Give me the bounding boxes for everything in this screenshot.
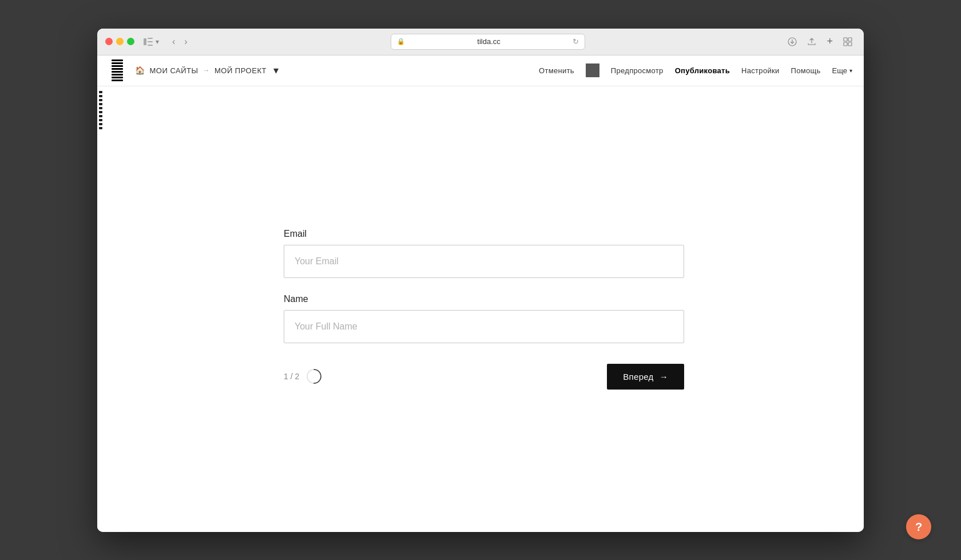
header-left: 🏠 МОИ САЙТЫ → МОЙ ПРОЕКТ ▾ [109,55,281,86]
email-input[interactable] [284,245,684,278]
app-header: 🏠 МОИ САЙТЫ → МОЙ ПРОЕКТ ▾ Отменить Пред… [97,55,864,86]
nav-arrows: ‹ › [168,34,192,49]
home-icon: 🏠 [135,66,145,75]
page-main: Email Name 1 / 2 [104,86,864,532]
forward-arrow-icon: → [660,372,668,382]
lock-icon: 🔒 [397,38,405,45]
name-input[interactable] [284,310,684,343]
sidebar-toggle-button[interactable]: ▾ [140,35,162,48]
svg-rect-8 [844,42,847,46]
email-label: Email [284,229,684,239]
forward-button[interactable]: Вперед → [607,364,684,390]
minimize-button[interactable] [116,38,124,45]
settings-button[interactable]: Настройки [741,64,779,77]
url-text: tilda.cc [408,37,569,46]
help-button[interactable]: ? [906,514,931,539]
forward-label: Вперед [623,372,653,382]
form-container: Email Name 1 / 2 [284,229,684,390]
reload-icon: ↻ [573,37,579,46]
browser-window: ▾ ‹ › 🔒 tilda.cc ↻ [97,29,864,532]
svg-rect-1 [148,38,153,39]
app-content: Email Name 1 / 2 [97,86,864,532]
breadcrumb-dropdown-button[interactable]: ▾ [271,63,281,78]
preview-button[interactable]: Предпросмотр [611,64,664,77]
forward-button[interactable]: › [180,34,191,49]
traffic-lights [105,38,134,45]
tabs-overview-button[interactable] [840,35,856,49]
step-indicator: 1 / 2 [284,368,322,384]
square-icon-button[interactable] [586,63,599,77]
svg-rect-6 [844,38,847,41]
breadcrumb-project[interactable]: МОЙ ПРОЕКТ [215,66,267,75]
svg-rect-9 [848,42,852,46]
downloads-button[interactable] [784,35,800,49]
step-progress-ring [306,368,322,384]
svg-rect-3 [148,45,153,46]
breadcrumb-separator: → [202,66,210,74]
publish-button[interactable]: Опубликовать [675,64,730,77]
address-bar-container: 🔒 tilda.cc ↻ [197,34,779,50]
form-footer: 1 / 2 Вперед → [284,364,684,390]
cancel-button[interactable]: Отменить [539,64,574,77]
maximize-button[interactable] [127,38,134,45]
sidebar-stripe [97,86,104,532]
back-button[interactable]: ‹ [168,34,179,49]
share-button[interactable] [804,35,820,49]
browser-toolbar: ▾ ‹ › 🔒 tilda.cc ↻ [97,29,864,55]
address-bar[interactable]: 🔒 tilda.cc ↻ [391,34,585,50]
help-nav-button[interactable]: Помощь [791,64,821,77]
more-button[interactable]: Еще ▾ [832,66,852,75]
new-tab-button[interactable]: + [823,33,836,50]
close-button[interactable] [105,38,113,45]
header-right: Отменить Предпросмотр Опубликовать Настр… [539,63,852,77]
tilda-logo [109,55,126,86]
name-label: Name [284,294,684,304]
breadcrumb-home[interactable]: МОИ САЙТЫ [150,66,198,75]
svg-rect-0 [144,38,146,45]
help-icon: ? [915,521,922,534]
name-form-group: Name [284,294,684,343]
browser-chrome: ▾ ‹ › 🔒 tilda.cc ↻ [97,29,864,55]
breadcrumb: 🏠 МОИ САЙТЫ → МОЙ ПРОЕКТ ▾ [135,63,281,78]
step-text: 1 / 2 [284,372,299,381]
browser-actions-right: + [784,33,856,50]
svg-rect-2 [148,41,153,42]
svg-rect-7 [848,38,852,41]
more-chevron-icon: ▾ [849,67,852,74]
email-form-group: Email [284,229,684,278]
